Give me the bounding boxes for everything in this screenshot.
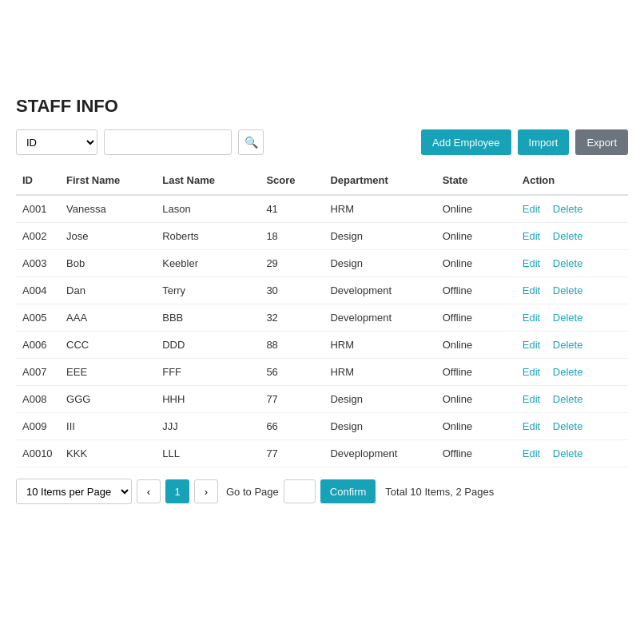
table-row: A009 III JJJ 66 Design Online Edit Delet… xyxy=(16,413,628,440)
cell-score: 30 xyxy=(260,277,324,304)
delete-link[interactable]: Delete xyxy=(553,393,583,405)
cell-department: HRM xyxy=(324,332,435,359)
cell-id: A007 xyxy=(16,359,60,386)
per-page-select[interactable]: 10 Items per Page 20 Items per Page 50 I… xyxy=(16,479,132,504)
cell-score: 41 xyxy=(260,195,324,223)
delete-link[interactable]: Delete xyxy=(553,420,583,432)
edit-link[interactable]: Edit xyxy=(523,284,540,296)
cell-department: Development xyxy=(324,277,435,304)
cell-department: Development xyxy=(324,304,435,332)
edit-link[interactable]: Edit xyxy=(523,393,540,405)
edit-link[interactable]: Edit xyxy=(523,447,540,459)
delete-link[interactable]: Delete xyxy=(553,284,583,296)
search-select[interactable]: ID First Name Last Name xyxy=(16,129,97,155)
cell-state: Offline xyxy=(436,359,516,386)
edit-link[interactable]: Edit xyxy=(523,420,540,432)
cell-firstname: Jose xyxy=(60,223,156,250)
export-button[interactable]: Export xyxy=(575,129,628,155)
cell-action: Edit Delete xyxy=(516,359,628,386)
next-page-button[interactable]: › xyxy=(194,479,218,503)
cell-action: Edit Delete xyxy=(516,413,628,440)
cell-action: Edit Delete xyxy=(516,386,628,413)
cell-id: A005 xyxy=(16,304,60,332)
col-header-state: State xyxy=(436,166,516,195)
cell-lastname: Keebler xyxy=(156,250,260,277)
cell-score: 77 xyxy=(260,386,324,413)
cell-id: A006 xyxy=(16,332,60,359)
delete-link[interactable]: Delete xyxy=(553,230,583,242)
cell-lastname: LLL xyxy=(156,440,260,467)
search-input[interactable] xyxy=(104,129,232,155)
cell-state: Online xyxy=(436,413,516,440)
cell-department: Design xyxy=(324,413,435,440)
table-row: A0010 KKK LLL 77 Deveplopment Offline Ed… xyxy=(16,440,628,467)
cell-firstname: Dan xyxy=(60,277,156,304)
cell-state: Online xyxy=(436,332,516,359)
cell-department: Design xyxy=(324,386,435,413)
cell-action: Edit Delete xyxy=(516,277,628,304)
cell-action: Edit Delete xyxy=(516,304,628,332)
edit-link[interactable]: Edit xyxy=(523,230,540,242)
cell-state: Online xyxy=(436,223,516,250)
cell-department: HRM xyxy=(324,359,435,386)
edit-link[interactable]: Edit xyxy=(523,339,540,351)
cell-action: Edit Delete xyxy=(516,332,628,359)
edit-link[interactable]: Edit xyxy=(523,257,540,269)
delete-link[interactable]: Delete xyxy=(553,366,583,378)
cell-lastname: BBB xyxy=(156,304,260,332)
cell-firstname: CCC xyxy=(60,332,156,359)
cell-department: Deveplopment xyxy=(324,440,435,467)
table-row: A003 Bob Keebler 29 Design Online Edit D… xyxy=(16,250,628,277)
cell-id: A002 xyxy=(16,223,60,250)
cell-lastname: FFF xyxy=(156,359,260,386)
cell-lastname: Terry xyxy=(156,277,260,304)
table-row: A005 AAA BBB 32 Development Offline Edit… xyxy=(16,304,628,332)
cell-lastname: JJJ xyxy=(156,413,260,440)
cell-state: Online xyxy=(436,195,516,223)
cell-score: 29 xyxy=(260,250,324,277)
cell-score: 77 xyxy=(260,440,324,467)
cell-firstname: AAA xyxy=(60,304,156,332)
table-row: A007 EEE FFF 56 HRM Offline Edit Delete xyxy=(16,359,628,386)
edit-link[interactable]: Edit xyxy=(523,312,540,324)
table-row: A004 Dan Terry 30 Development Offline Ed… xyxy=(16,277,628,304)
table-row: A001 Vanessa Lason 41 HRM Online Edit De… xyxy=(16,195,628,223)
col-header-score: Score xyxy=(260,166,324,195)
table-header-row: ID First Name Last Name Score Department… xyxy=(16,166,628,195)
cell-firstname: EEE xyxy=(60,359,156,386)
edit-link[interactable]: Edit xyxy=(523,203,540,215)
search-button[interactable]: 🔍 xyxy=(238,129,264,155)
import-button[interactable]: Import xyxy=(518,129,570,155)
delete-link[interactable]: Delete xyxy=(553,257,583,269)
cell-department: Design xyxy=(324,250,435,277)
cell-score: 66 xyxy=(260,413,324,440)
search-icon: 🔍 xyxy=(244,136,258,149)
edit-link[interactable]: Edit xyxy=(523,366,540,378)
cell-id: A008 xyxy=(16,386,60,413)
delete-link[interactable]: Delete xyxy=(553,312,583,324)
staff-table: ID First Name Last Name Score Department… xyxy=(16,166,628,467)
goto-label: Go to Page xyxy=(226,486,279,498)
cell-firstname: GGG xyxy=(60,386,156,413)
cell-id: A009 xyxy=(16,413,60,440)
delete-link[interactable]: Delete xyxy=(553,339,583,351)
cell-state: Offline xyxy=(436,304,516,332)
cell-department: HRM xyxy=(324,195,435,223)
pagination: 10 Items per Page 20 Items per Page 50 I… xyxy=(16,479,628,504)
confirm-button[interactable]: Confirm xyxy=(320,479,376,503)
delete-link[interactable]: Delete xyxy=(553,203,583,215)
cell-id: A001 xyxy=(16,195,60,223)
current-page-button[interactable]: 1 xyxy=(165,479,189,503)
col-header-lastname: Last Name xyxy=(156,166,260,195)
total-info: Total 10 Items, 2 Pages xyxy=(385,486,494,498)
goto-input[interactable] xyxy=(284,479,316,503)
table-row: A006 CCC DDD 88 HRM Online Edit Delete xyxy=(16,332,628,359)
delete-link[interactable]: Delete xyxy=(553,447,583,459)
add-employee-button[interactable]: Add Employee xyxy=(421,129,511,155)
cell-state: Online xyxy=(436,250,516,277)
cell-lastname: Roberts xyxy=(156,223,260,250)
prev-page-button[interactable]: ‹ xyxy=(137,479,161,503)
cell-state: Offline xyxy=(436,277,516,304)
col-header-department: Department xyxy=(324,166,435,195)
table-row: A008 GGG HHH 77 Design Online Edit Delet… xyxy=(16,386,628,413)
